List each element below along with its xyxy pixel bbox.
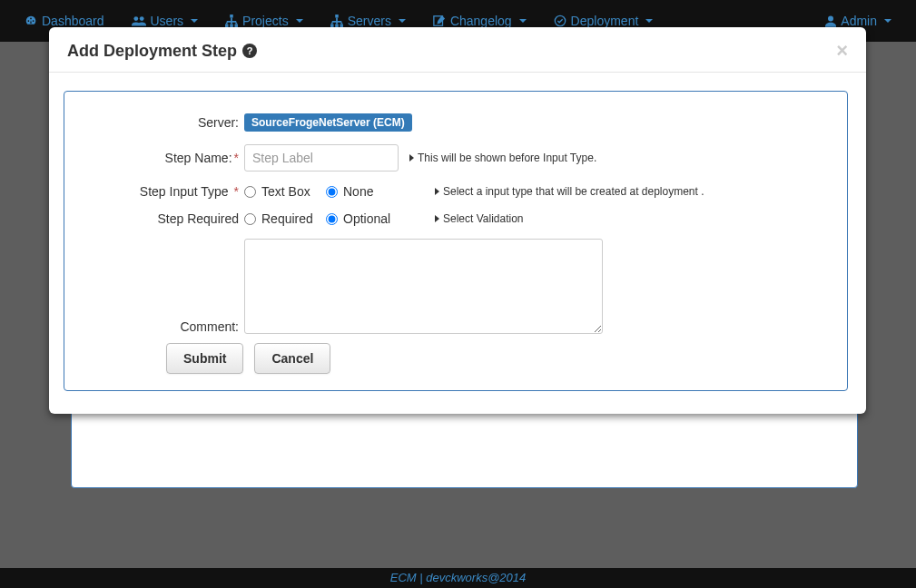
hint-required: Select Validation: [435, 212, 524, 225]
form-panel: Server: SourceFrogeNetServer (ECM) Step …: [64, 91, 848, 391]
radio-none[interactable]: [326, 186, 338, 198]
add-deployment-step-modal: Add Deployment Step ? × Server: SourceFr…: [49, 27, 866, 414]
required-star: *: [231, 184, 239, 199]
radio-optional-group: Optional: [326, 211, 408, 226]
radio-textbox[interactable]: [244, 186, 256, 198]
required-star: *: [234, 151, 239, 165]
modal-body: Server: SourceFrogeNetServer (ECM) Step …: [49, 73, 866, 414]
step-name-input[interactable]: [244, 144, 399, 172]
comment-textarea[interactable]: [244, 239, 603, 334]
label-input-type: Step Input Type *: [81, 184, 244, 199]
close-icon[interactable]: ×: [836, 41, 848, 61]
caret-right-icon: [435, 188, 439, 195]
row-comment: Comment:: [81, 239, 831, 334]
hint-input-type: Select a input type that will be created…: [435, 185, 704, 198]
submit-button[interactable]: Submit: [166, 343, 243, 374]
cancel-button[interactable]: Cancel: [254, 343, 330, 374]
label-required: Step Required: [81, 211, 244, 226]
radio-none-label: None: [343, 184, 373, 199]
caret-right-icon: [409, 154, 414, 162]
row-input-type: Step Input Type * Text Box None Sel: [81, 184, 831, 199]
radio-optional-label: Optional: [343, 211, 390, 226]
radio-required-label: Required: [261, 211, 313, 226]
modal-title: Add Deployment Step ?: [67, 42, 257, 61]
label-server: Server:: [81, 115, 244, 130]
radio-textbox-label: Text Box: [261, 184, 310, 199]
radio-required-group: Required: [244, 211, 326, 226]
button-row: Submit Cancel: [166, 343, 831, 374]
radio-textbox-group: Text Box: [244, 184, 326, 199]
row-required: Step Required Required Optional Select V…: [81, 211, 831, 226]
radio-required[interactable]: [244, 213, 256, 225]
label-step-name: Step Name:*: [81, 151, 244, 165]
row-step-name: Step Name:* This will be shown before In…: [81, 144, 831, 172]
radio-optional[interactable]: [326, 213, 338, 225]
label-comment: Comment:: [81, 319, 244, 334]
modal-backdrop: Add Deployment Step ? × Server: SourceFr…: [0, 0, 916, 588]
server-badge: SourceFrogeNetServer (ECM): [244, 113, 412, 132]
hint-step-name: This will be shown before Input Type.: [409, 152, 596, 164]
help-icon[interactable]: ?: [242, 44, 257, 58]
modal-header: Add Deployment Step ? ×: [49, 27, 866, 73]
caret-right-icon: [435, 215, 439, 222]
row-server: Server: SourceFrogeNetServer (ECM): [81, 113, 831, 132]
modal-scroll-area[interactable]: Server: SourceFrogeNetServer (ECM) Step …: [62, 86, 853, 396]
radio-none-group: None: [326, 184, 408, 199]
modal-title-text: Add Deployment Step: [67, 42, 237, 61]
